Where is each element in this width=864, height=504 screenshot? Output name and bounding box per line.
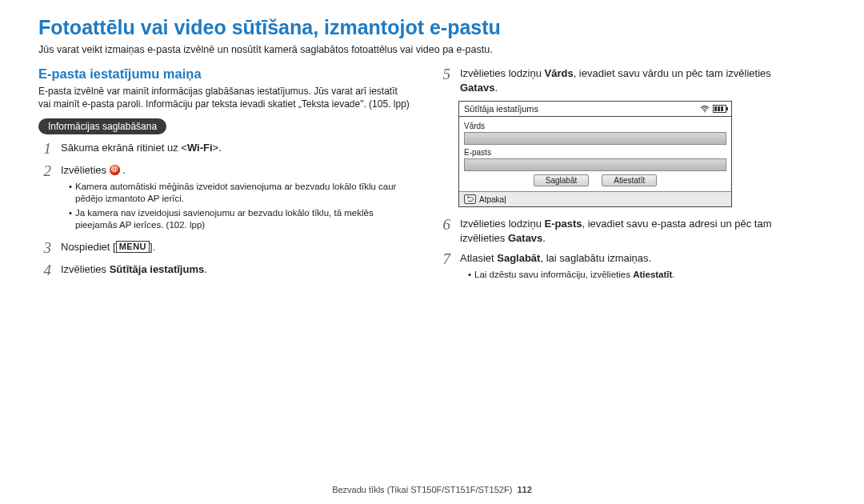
step-2-period: . (120, 164, 126, 176)
step-5-post: . (494, 82, 498, 94)
step-7-sub1a: Lai dzēstu savu informāciju, izvēlieties (474, 270, 633, 279)
email-app-icon (110, 165, 120, 175)
email-label: E-pasts (464, 148, 726, 157)
step-text: Izvēlieties . Kamera automātiski mēģinās… (61, 163, 410, 233)
info-pill: Informācijas saglabāšana (38, 118, 166, 134)
step-number: 5 (438, 66, 450, 94)
step-1-pre: Sākuma ekrānā ritiniet uz < (61, 142, 187, 154)
email-input[interactable] (464, 158, 726, 171)
footer-section: Bezvadu tīkls (Tikai ST150F/ST151F/ST152… (332, 485, 512, 494)
step-7: 7 Atlasiet Saglabāt, lai saglabātu izmai… (438, 251, 810, 282)
step-4: 4 Izvēlieties Sūtītāja iestatījums. (38, 262, 410, 278)
step-4-post: . (204, 263, 207, 275)
step-6-post: . (542, 232, 546, 244)
step-3-post: ]. (150, 241, 155, 253)
section-heading: E-pasta iestatījumu maiņa (38, 66, 410, 82)
step-5-bold2: Gatavs (460, 82, 494, 94)
step-4-bold: Sūtītāja iestatījums (110, 263, 204, 275)
section-paragraph: E-pasta izvēlnē var mainīt informācijas … (38, 85, 410, 110)
step-7-sub1c: . (672, 270, 674, 279)
step-text: Izvēlieties Sūtītāja iestatījums. (61, 262, 207, 278)
step-number: 3 (38, 240, 51, 256)
step-2-text: Izvēlieties (61, 164, 106, 176)
back-icon[interactable]: ⮌ (464, 194, 476, 204)
step-3: 3 Nospiediet [MENU]. (38, 240, 410, 256)
step-6-pre: Izvēlieties lodziņu (460, 218, 545, 230)
step-7-bold: Saglabāt (497, 252, 540, 264)
step-3-pre: Nospiediet [ (61, 241, 116, 253)
name-label: Vārds (464, 122, 726, 130)
step-5: 5 Izvēlieties lodziņu Vārds, ievadiet sa… (438, 66, 810, 94)
save-button[interactable]: Saglabāt (534, 174, 589, 186)
dialog-header: Sūtītāja iestatījums (459, 102, 731, 117)
step-5-pre: Izvēlieties lodziņu (460, 67, 545, 79)
page-subtitle: Jūs varat veikt izmaiņas e-pasta izvēlnē… (38, 44, 826, 55)
step-number: 1 (38, 141, 51, 157)
step-7-sub1b: Atiestatīt (633, 270, 672, 279)
page-footer: Bezvadu tīkls (Tikai ST150F/ST151F/ST152… (0, 485, 864, 494)
step-6: 6 Izvēlieties lodziņu E-pasts, ievadiet … (438, 217, 810, 245)
dialog-body: Vārds E-pasts Saglabāt Atiestatīt (459, 117, 731, 191)
step-number: 7 (438, 251, 450, 282)
battery-icon (713, 105, 726, 113)
step-7-post: , lai saglabātu izmaiņas. (540, 252, 651, 264)
dialog-title: Sūtītāja iestatījums (464, 104, 538, 114)
step-6-bold1: E-pasts (545, 218, 582, 230)
page-number: 112 (517, 485, 531, 494)
sender-settings-dialog: Sūtītāja iestatījums Vā (458, 101, 732, 207)
step-text: Nospiediet [MENU]. (61, 240, 155, 256)
step-7-pre: Atlasiet (460, 252, 497, 264)
step-text: Sākuma ekrānā ritiniet uz <Wi-Fi>. (61, 141, 222, 157)
step-2: 2 Izvēlieties . Kamera automātiski mēģin… (38, 163, 410, 233)
step-number: 6 (438, 217, 450, 245)
step-1-post: >. (213, 142, 222, 154)
step-number: 4 (38, 262, 51, 278)
step-text: Atlasiet Saglabāt, lai saglabātu izmaiņa… (460, 251, 675, 282)
step-text: Izvēlieties lodziņu E-pasts, ievadiet sa… (460, 217, 810, 245)
step-number: 2 (38, 163, 51, 233)
svg-point-0 (704, 110, 706, 112)
menu-button-icon: MENU (116, 241, 150, 253)
step-5-bold1: Vārds (545, 67, 574, 79)
dialog-status-icons (700, 105, 726, 113)
dialog-footer: ⮌ Atpakaļ (459, 191, 731, 206)
step-text: Izvēlieties lodziņu Vārds, ievadiet savu… (460, 66, 810, 94)
step-2-sub2: Ja kamera nav izveidojusi savienojumu ar… (69, 207, 410, 231)
step-5-mid: , ievadiet savu vārdu un pēc tam izvēlie… (574, 67, 771, 79)
step-4-pre: Izvēlieties (61, 263, 110, 275)
step-7-sub1: Lai dzēstu savu informāciju, izvēlieties… (468, 269, 675, 281)
step-6-bold2: Gatavs (508, 232, 542, 244)
back-label[interactable]: Atpakaļ (479, 195, 506, 204)
wifi-icon (700, 106, 710, 113)
name-input[interactable] (464, 132, 726, 145)
page-title: Fotoattēlu vai video sūtīšana, izmantojo… (38, 16, 826, 39)
reset-button[interactable]: Atiestatīt (602, 174, 657, 186)
step-1-bold: Wi-Fi (187, 142, 213, 154)
step-1: 1 Sākuma ekrānā ritiniet uz <Wi-Fi>. (38, 141, 410, 157)
step-2-sub1: Kamera automātiski mēģinās izveidot savi… (69, 181, 410, 205)
